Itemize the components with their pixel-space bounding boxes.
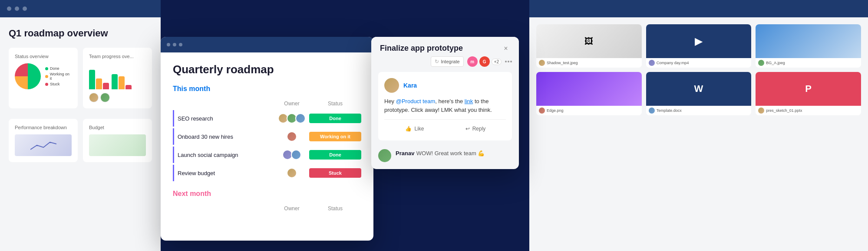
like-button[interactable]: 👍 Like [384,123,445,134]
task-name-1: SEO research [178,115,274,122]
modal-titlebar [161,37,373,52]
pie-legend: Done Working on it Stuck [45,66,72,86]
file-preview-2: ▶ [646,24,752,58]
refresh-icon: ↻ [435,59,439,65]
bar-stuck-1 [103,83,109,89]
file-preview-6: P [756,72,861,106]
next-col-status: Status [309,205,361,212]
app-count: +2 [492,59,502,65]
modal-content: Quarterly roadmap This month Owner Statu… [161,52,373,241]
budget-chart [89,134,146,156]
bar-stuck-2 [125,85,132,89]
comment-card: Kara Hey @Product team, here's the link … [378,72,512,140]
bar-group-1 [89,70,109,89]
file-name-6: pres_sketch_01.pptx [766,108,802,113]
right-panel: 🖼 Shadow_test.jpeg ▶ Company day.mp4 [529,0,868,251]
bar-working-1 [96,78,102,89]
more-dot-3 [510,61,512,62]
status-badge-2: Working on it [309,132,361,141]
pie-chart [15,63,41,89]
legend-working-label: Working on it [50,72,72,81]
file-label-3: BG_A.jpeg [756,58,861,68]
file-thumb-5[interactable]: W Template.docx [646,72,752,115]
modal-dot-3 [179,43,182,46]
next-month-label: Next month [173,190,361,198]
team-avatar-1 [89,93,99,102]
status-badge-3: Done [309,150,361,160]
reply-avatar [378,149,391,162]
comment-text: Hey @Product team, here's the link to th… [384,97,506,114]
file-owner-5 [649,108,655,114]
file-name-3: BG_A.jpeg [766,61,785,65]
reply-label: Reply [472,126,486,132]
owner-avatar-4a [287,168,297,178]
col-status: Status [309,101,361,107]
files-grid: 🖼 Shadow_test.jpeg ▶ Company day.mp4 [536,24,861,115]
legend-stuck: Stuck [45,82,72,86]
owner-avatar-1c [295,113,306,124]
reply-icon: ↩ [465,126,470,132]
modal-dot-2 [173,43,176,46]
task-name-3: Launch social campaign [178,152,274,158]
roadmap-modal: Quarterly roadmap This month Owner Statu… [161,37,373,241]
detail-header: Finalize app prototype × [371,37,519,56]
left-panel-title: Q1 roadmap overview [9,28,152,39]
modal-dot-1 [167,43,170,46]
file-thumb-6[interactable]: P pres_sketch_01.pptx [756,72,861,115]
team-progress-card: Team progress ove... [83,48,152,108]
comment-header: Kara [384,78,506,93]
task-row-3: Launch social campaign Done [173,147,361,163]
file-preview-1: 🖼 [536,24,642,58]
reply-button[interactable]: ↩ Reply [445,123,506,134]
file-name-5: Template.docx [657,108,682,113]
more-options-button[interactable] [505,61,512,62]
comment-actions: 👍 Like ↩ Reply [384,119,506,134]
left-titlebar [0,0,161,17]
task-owners-3 [274,150,309,160]
performance-chart [15,134,72,156]
budget-title: Budget [89,125,146,130]
task-owners-2 [274,131,309,142]
file-thumb-1[interactable]: 🖼 Shadow_test.jpeg [536,24,642,68]
budget-card: Budget [83,119,152,162]
team-progress-title: Team progress ove... [89,54,146,59]
close-button[interactable]: × [502,44,510,53]
file-preview-4 [536,72,642,106]
performance-card: Performance breakdown [9,119,78,162]
legend-working: Working on it [45,72,72,81]
file-thumb-3[interactable]: BG_A.jpeg [756,24,861,68]
task-owners-4 [274,168,309,178]
bar-group-2 [112,74,132,89]
commenter-avatar [384,78,399,93]
next-col-task [173,205,274,212]
performance-title: Performance breakdown [15,125,72,130]
team-avatar-2 [100,93,110,102]
bar-done-2 [112,74,118,89]
file-thumb-4[interactable]: Edge.png [536,72,642,115]
legend-working-dot [45,75,48,78]
like-icon: 👍 [405,126,412,132]
file-thumb-2[interactable]: ▶ Company day.mp4 [646,24,752,68]
task-row-2: Onboard 30 new hires Working on it [173,128,361,145]
bottom-cards-row: Performance breakdown Budget [9,114,152,162]
prototype-link[interactable]: link [465,98,473,104]
file-owner-6 [758,108,764,114]
roadmap-title: Quarterly roadmap [173,63,361,76]
file-owner-4 [539,108,545,114]
file-label-2: Company day.mp4 [646,58,752,68]
next-col-owner: Owner [274,205,309,212]
task-row-4: Review budget Stuck [173,165,361,181]
team-avatars [89,93,146,102]
file-label-6: pres_sketch_01.pptx [756,106,861,115]
right-content: 🖼 Shadow_test.jpeg ▶ Company day.mp4 [529,17,868,122]
file-label-1: Shadow_test.jpeg [536,58,642,68]
integrate-button[interactable]: ↻ Integrate [431,56,463,67]
reply-text: WOW! Great work team 💪 [416,150,485,156]
integrate-label: Integrate [441,59,459,64]
pie-container: Done Working on it Stuck [15,63,72,89]
file-name-1: Shadow_test.jpeg [547,61,578,65]
file-owner-2 [649,60,655,66]
left-content: Q1 roadmap overview Status overview Done… [0,17,161,251]
integrate-row: ↻ Integrate m G +2 [371,56,519,72]
file-owner-3 [758,60,764,66]
